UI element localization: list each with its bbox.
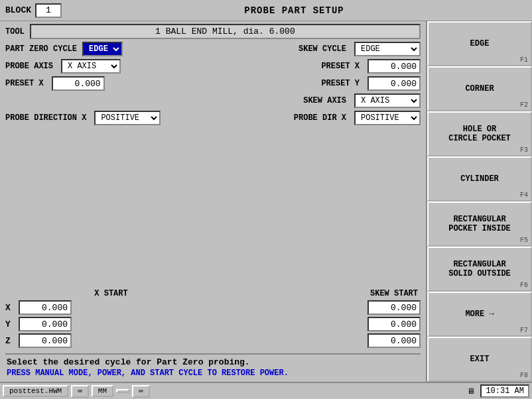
sidebar-btn-edge-label: EDGE bbox=[470, 39, 490, 48]
probe-direction-x-select[interactable]: POSITIVE bbox=[94, 111, 161, 125]
preset-x-left-label: PRESET X bbox=[5, 79, 44, 88]
probe-dir-x-select[interactable]: POSITIVE bbox=[354, 111, 421, 125]
x-start-y-input[interactable] bbox=[19, 317, 72, 331]
skew-cycle-label: SKEW CYCLE bbox=[299, 44, 346, 54]
sidebar-btn-cylinder-label: CYLINDER bbox=[460, 174, 499, 184]
status-warning: PRESS MANUAL MODE, POWER, AND START CYCL… bbox=[7, 369, 419, 378]
page-title: PROBE PART SETUP bbox=[62, 5, 527, 16]
x-start-z-label: Z bbox=[5, 336, 16, 346]
skew-axis-label: SKEW AXIS bbox=[303, 96, 346, 105]
tool-label: TOOL bbox=[5, 27, 25, 36]
status-area: Select the desired cycle for Part Zero p… bbox=[5, 353, 421, 379]
sidebar-btn-rect-solid-fkey: F6 bbox=[520, 282, 528, 289]
sidebar-btn-rect-solid[interactable]: RECTANGULAR SOLID OUTSIDE F6 bbox=[427, 247, 532, 292]
tool-value: 1 BALL END MILL, dia. 6.000 bbox=[30, 24, 421, 39]
skew-axis-select[interactable]: X AXIS bbox=[354, 93, 421, 108]
part-zero-cycle-select[interactable]: EDGE bbox=[82, 42, 123, 56]
skew-start-z-input[interactable] bbox=[367, 333, 421, 348]
taskbar-slot3 bbox=[116, 389, 129, 393]
sidebar-btn-edge-fkey: F1 bbox=[520, 56, 528, 64]
status-message: Select the desired cycle for Part Zero p… bbox=[7, 357, 419, 367]
taskbar: posttest.HWM ⌨ MM ⌨ 🖥 10:31 AM bbox=[0, 382, 532, 399]
skew-start-y-input[interactable] bbox=[367, 317, 421, 331]
x-start-y-label: Y bbox=[5, 319, 16, 329]
preset-y-label: PRESET Y bbox=[321, 79, 360, 88]
sidebar-btn-hole-circle-label: HOLE OR CIRCLE POCKET bbox=[448, 125, 511, 144]
skew-start-x-input[interactable] bbox=[367, 300, 421, 315]
sidebar-btn-cylinder[interactable]: CYLINDER F4 bbox=[427, 156, 532, 201]
probe-direction-x-label: PROBE DIRECTION X bbox=[5, 113, 86, 123]
preset-y-input[interactable] bbox=[367, 76, 421, 91]
sidebar-btn-edge[interactable]: EDGE F1 bbox=[427, 21, 532, 66]
content-area: TOOL 1 BALL END MILL, dia. 6.000 PART ZE… bbox=[0, 21, 532, 382]
skew-cycle-select[interactable]: EDGE bbox=[354, 42, 421, 56]
main-container: BLOCK PROBE PART SETUP TOOL 1 BALL END M… bbox=[0, 0, 532, 399]
probe-axis-select[interactable]: X AXIS bbox=[61, 59, 121, 74]
block-label: BLOCK bbox=[5, 5, 31, 15]
sidebar-btn-exit-label: EXIT bbox=[470, 355, 490, 364]
taskbar-unit: MM bbox=[92, 385, 113, 397]
sidebar-btn-cylinder-fkey: F4 bbox=[520, 192, 528, 199]
sidebar-btn-rect-pocket-fkey: F5 bbox=[520, 237, 528, 244]
left-panel: TOOL 1 BALL END MILL, dia. 6.000 PART ZE… bbox=[0, 21, 426, 382]
sidebar-btn-rect-pocket-label: RECTANGULAR POCKET INSIDE bbox=[448, 215, 511, 234]
x-start-title: X START bbox=[5, 289, 206, 298]
sidebar-btn-corner-fkey: F2 bbox=[520, 101, 528, 109]
sidebar-btn-more[interactable]: MORE → F7 bbox=[427, 292, 532, 337]
skew-start-title: SKEW START bbox=[220, 289, 421, 298]
taskbar-filename[interactable]: posttest.HWM bbox=[3, 385, 68, 397]
block-input[interactable] bbox=[35, 3, 62, 18]
tool-row: TOOL 1 BALL END MILL, dia. 6.000 bbox=[5, 24, 421, 39]
sidebar-btn-corner[interactable]: CORNER F2 bbox=[427, 66, 532, 111]
x-start-x-label: X bbox=[5, 303, 16, 313]
preset-x-right-label: PRESET X bbox=[321, 62, 360, 71]
taskbar-clock: 10:31 AM bbox=[480, 384, 529, 398]
taskbar-monitor-icon: 🖥 bbox=[467, 386, 475, 396]
sidebar-btn-rect-solid-label: RECTANGULAR SOLID OUTSIDE bbox=[448, 260, 511, 279]
x-start-x-input[interactable] bbox=[19, 300, 72, 315]
sidebar-btn-more-fkey: F7 bbox=[520, 327, 528, 334]
sidebar-btn-hole-circle[interactable]: HOLE OR CIRCLE POCKET F3 bbox=[427, 111, 532, 156]
probe-axis-label: PROBE AXIS bbox=[5, 62, 53, 71]
sidebar-btn-exit[interactable]: EXIT F8 bbox=[427, 337, 532, 382]
sidebar-btn-rect-pocket[interactable]: RECTANGULAR POCKET INSIDE F5 bbox=[427, 201, 532, 247]
top-bar: BLOCK PROBE PART SETUP bbox=[0, 0, 532, 21]
probe-dir-x-label: PROBE DIR X bbox=[294, 113, 346, 123]
right-sidebar: EDGE F1 CORNER F2 HOLE OR CIRCLE POCKET … bbox=[426, 21, 532, 382]
taskbar-keyboard-icon[interactable]: ⌨ bbox=[71, 385, 89, 398]
taskbar-keyboard2[interactable]: ⌨ bbox=[132, 385, 150, 398]
sidebar-btn-more-label: MORE → bbox=[465, 310, 494, 319]
preset-x-left-input[interactable] bbox=[52, 76, 105, 91]
sidebar-btn-hole-circle-fkey: F3 bbox=[520, 146, 528, 154]
x-start-z-input[interactable] bbox=[19, 333, 72, 348]
preset-x-right-input[interactable] bbox=[367, 59, 421, 74]
part-zero-cycle-label: PART ZERO CYCLE bbox=[5, 44, 77, 54]
sidebar-btn-corner-label: CORNER bbox=[465, 84, 494, 93]
sidebar-btn-exit-fkey: F8 bbox=[520, 372, 528, 379]
